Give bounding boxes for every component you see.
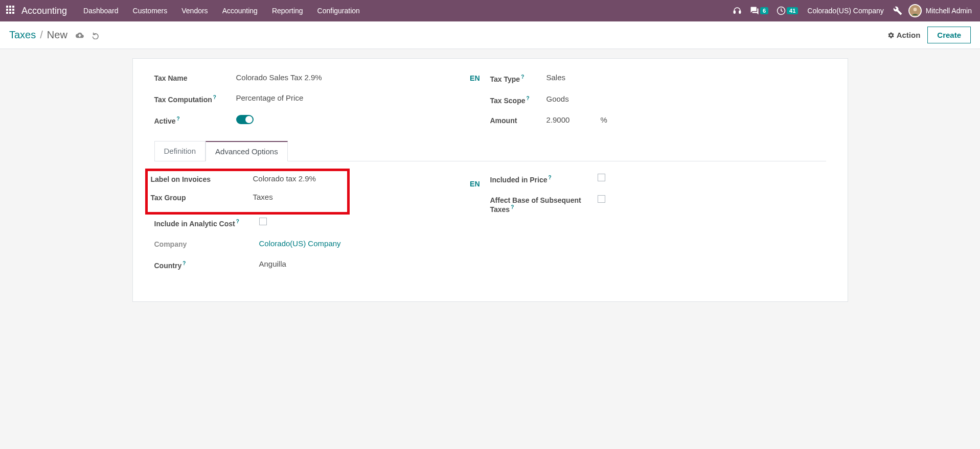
field-tax-computation: Tax Computation? Percentage of Price [154,93,490,104]
help-icon[interactable]: ? [549,175,552,180]
country-label: Country? [154,259,259,270]
field-tax-type: Tax Type? Sales [490,73,826,83]
nav-reporting[interactable]: Reporting [265,0,310,21]
cloud-save-icon[interactable] [76,31,84,39]
tax-computation-label: Tax Computation? [154,93,236,104]
tax-computation-value[interactable]: Percentage of Price [236,93,304,102]
tab-definition[interactable]: Definition [154,141,206,161]
help-icon[interactable]: ? [236,219,239,224]
tabs: Definition Advanced Options [154,141,826,161]
help-icon[interactable]: ? [511,204,514,210]
company-selector[interactable]: Colorado(US) Company [804,7,886,15]
field-country: Country? Anguilla [154,259,490,270]
affect-base-checkbox[interactable] [598,195,605,203]
nav-accounting[interactable]: Accounting [215,0,265,21]
tab-body: Label on Invoices Colorado tax 2.9% Tax … [154,161,826,280]
app-title[interactable]: Accounting [21,6,67,16]
messages-icon[interactable]: 6 [748,6,770,15]
field-active: Active? [154,115,490,125]
user-menu[interactable]: Mitchell Admin [908,4,972,17]
breadcrumb-current: New [47,29,67,41]
help-icon[interactable]: ? [177,116,180,122]
amount-value[interactable]: 2.9000 [546,115,570,124]
svg-rect-1 [739,11,741,13]
field-tax-name: Tax Name Colorado Sales Tax 2.9% EN [154,73,490,82]
lang-badge[interactable]: EN [470,74,480,82]
included-price-label: Included in Price? [490,174,598,184]
nav-customers[interactable]: Customers [126,0,175,21]
tax-type-label: Tax Type? [490,73,546,83]
topbar-right: 6 41 Colorado(US) Company Mitchell Admin [731,4,976,17]
nav-vendors[interactable]: Vendors [174,0,215,21]
activities-badge: 41 [787,7,798,14]
create-button[interactable]: Create [927,27,971,43]
label-invoices-label: Label on Invoices [151,174,253,183]
lang-badge-advanced[interactable]: EN [470,180,480,188]
user-name: Mitchell Admin [926,7,972,15]
tax-type-value[interactable]: Sales [546,73,566,82]
avatar [908,4,922,17]
tax-group-label: Tax Group [151,193,253,202]
country-value[interactable]: Anguilla [259,259,286,268]
tools-icon[interactable] [891,6,904,15]
field-tax-group: Tax Group Taxes [151,193,344,202]
action-menu[interactable]: Action [887,31,921,39]
tax-name-value[interactable]: Colorado Sales Tax 2.9% [236,73,322,82]
affect-base-label: Affect Base of Subsequent Taxes? [490,195,598,214]
active-label: Active? [154,115,236,125]
sub-header: Taxes / New Action Create [0,21,980,49]
messages-badge: 6 [760,7,768,14]
advanced-right-col: Included in Price? Affect Base of Subseq… [490,174,826,280]
top-navbar: Accounting Dashboard Customers Vendors A… [0,0,980,21]
include-analytic-label: Include in Analytic Cost? [154,218,259,228]
help-icon[interactable]: ? [527,96,530,101]
breadcrumb-root[interactable]: Taxes [9,29,36,41]
label-invoices-value[interactable]: Colorado tax 2.9% [253,174,316,183]
discard-icon[interactable] [92,31,100,39]
content-wrap: Tax Name Colorado Sales Tax 2.9% EN Tax … [0,49,980,311]
action-label: Action [897,31,921,39]
apps-grid-icon[interactable] [6,6,16,16]
svg-rect-0 [734,11,735,13]
subheader-actions: Action Create [887,27,971,43]
include-analytic-checkbox[interactable] [259,218,267,225]
tax-scope-value[interactable]: Goods [546,94,569,103]
nav-configuration[interactable]: Configuration [310,0,367,21]
tab-advanced-options[interactable]: Advanced Options [206,141,288,161]
amount-unit: % [600,115,607,124]
top-nav: Dashboard Customers Vendors Accounting R… [76,0,367,21]
field-amount: Amount 2.9000 % [490,115,826,125]
field-label-invoices: Label on Invoices Colorado tax 2.9% [151,174,344,183]
amount-label: Amount [490,115,546,125]
activities-icon[interactable]: 41 [774,6,800,15]
support-icon[interactable] [731,6,744,15]
tax-scope-label: Tax Scope? [490,94,546,105]
breadcrumb: Taxes / New [9,29,100,41]
form-top-row: Tax Name Colorado Sales Tax 2.9% EN Tax … [154,73,826,136]
form-sheet: Tax Name Colorado Sales Tax 2.9% EN Tax … [132,58,848,302]
form-right-col: Tax Type? Sales Tax Scope? Goods Amount … [490,73,826,136]
help-icon[interactable]: ? [183,261,186,266]
field-tax-scope: Tax Scope? Goods [490,94,826,105]
advanced-left-col: Label on Invoices Colorado tax 2.9% Tax … [154,174,490,280]
tax-name-label: Tax Name [154,73,236,82]
field-include-analytic: Include in Analytic Cost? [154,218,490,228]
svg-point-4 [913,8,917,11]
help-icon[interactable]: ? [521,74,524,80]
company-value[interactable]: Colorado(US) Company [259,239,341,248]
form-left-col: Tax Name Colorado Sales Tax 2.9% EN Tax … [154,73,490,136]
breadcrumb-sep: / [40,29,43,41]
field-company: Company Colorado(US) Company [154,239,490,248]
tax-group-value[interactable]: Taxes [253,193,273,201]
field-included-price: Included in Price? [490,174,826,184]
included-price-checkbox[interactable] [598,174,605,181]
help-icon[interactable]: ? [213,94,216,100]
highlight-box: Label on Invoices Colorado tax 2.9% Tax … [145,169,350,215]
company-label: Company [154,239,259,248]
active-toggle[interactable] [236,115,254,124]
field-affect-base: Affect Base of Subsequent Taxes? [490,195,826,214]
nav-dashboard[interactable]: Dashboard [76,0,126,21]
